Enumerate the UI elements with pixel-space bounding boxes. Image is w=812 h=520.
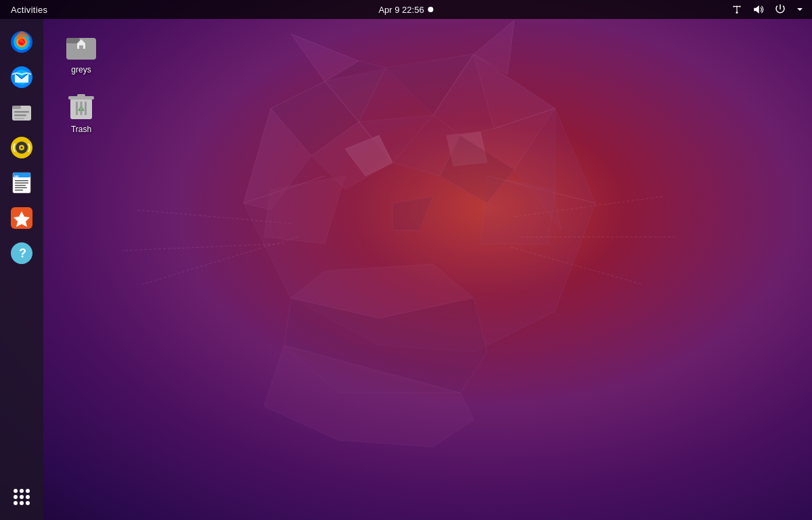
dock-thunderbird[interactable] <box>7 62 37 92</box>
svg-point-41 <box>736 12 738 14</box>
svg-rect-87 <box>81 102 83 115</box>
desktop-icon-trash[interactable]: Trash <box>54 85 108 138</box>
dock-files[interactable] <box>7 98 37 127</box>
dock-firefox[interactable] <box>7 27 37 57</box>
greys-folder-icon <box>65 30 97 62</box>
wallpaper: .cat-line { stroke: rgba(180,120,180,0.6… <box>0 0 812 520</box>
svg-rect-54 <box>14 118 24 119</box>
svg-rect-80 <box>66 38 80 43</box>
dock-appcenter[interactable] <box>7 203 37 233</box>
dock-help[interactable]: ? <box>7 238 37 268</box>
svg-rect-52 <box>14 111 29 113</box>
dock-rhythmbox[interactable] <box>7 133 37 162</box>
svg-point-70 <box>14 489 18 493</box>
svg-rect-65 <box>15 188 27 189</box>
topbar-center: Apr 9 22:56 <box>378 5 433 15</box>
svg-rect-62 <box>15 180 28 181</box>
network-tray-icon[interactable] <box>728 2 746 17</box>
dock-appgrid[interactable] <box>7 482 37 512</box>
greys-label: greys <box>71 65 91 74</box>
svg-point-71 <box>20 489 24 493</box>
svg-point-77 <box>20 501 24 505</box>
topbar-right <box>728 2 812 17</box>
svg-text:W: W <box>14 175 19 179</box>
svg-marker-42 <box>754 5 759 14</box>
svg-point-73 <box>14 495 18 499</box>
power-tray-icon[interactable] <box>771 2 789 17</box>
system-menu-arrow[interactable] <box>793 4 807 15</box>
svg-rect-88 <box>85 102 87 115</box>
svg-rect-63 <box>15 183 28 184</box>
svg-point-78 <box>26 501 30 505</box>
svg-line-21 <box>122 244 284 251</box>
svg-rect-81 <box>79 45 83 49</box>
desktop: .cat-line { stroke: rgba(180,120,180,0.6… <box>0 0 812 520</box>
desktop-icon-greys[interactable]: greys <box>54 26 108 79</box>
svg-point-72 <box>26 489 30 493</box>
svg-point-75 <box>26 495 30 499</box>
desktop-icons-area: greys <box>54 26 108 138</box>
volume-tray-icon[interactable] <box>750 2 767 17</box>
dock-writer[interactable]: W <box>7 168 37 198</box>
dock: W ? <box>0 19 43 520</box>
svg-point-74 <box>20 495 24 499</box>
svg-rect-66 <box>15 190 23 191</box>
trash-icon <box>65 89 97 122</box>
topbar-left: Activities <box>0 3 53 16</box>
topbar: Activities Apr 9 22:56 <box>0 0 812 19</box>
svg-rect-64 <box>15 185 26 186</box>
svg-point-76 <box>14 501 18 505</box>
recording-indicator <box>428 7 434 12</box>
activities-button[interactable]: Activities <box>5 3 53 16</box>
svg-rect-51 <box>12 106 21 109</box>
svg-text:?: ? <box>19 246 26 260</box>
trash-label: Trash <box>71 125 91 134</box>
svg-rect-84 <box>77 94 85 97</box>
svg-rect-53 <box>14 114 26 116</box>
svg-rect-86 <box>76 102 78 115</box>
datetime-display: Apr 9 22:56 <box>378 5 424 15</box>
svg-point-58 <box>21 147 23 149</box>
svg-marker-43 <box>797 8 803 11</box>
